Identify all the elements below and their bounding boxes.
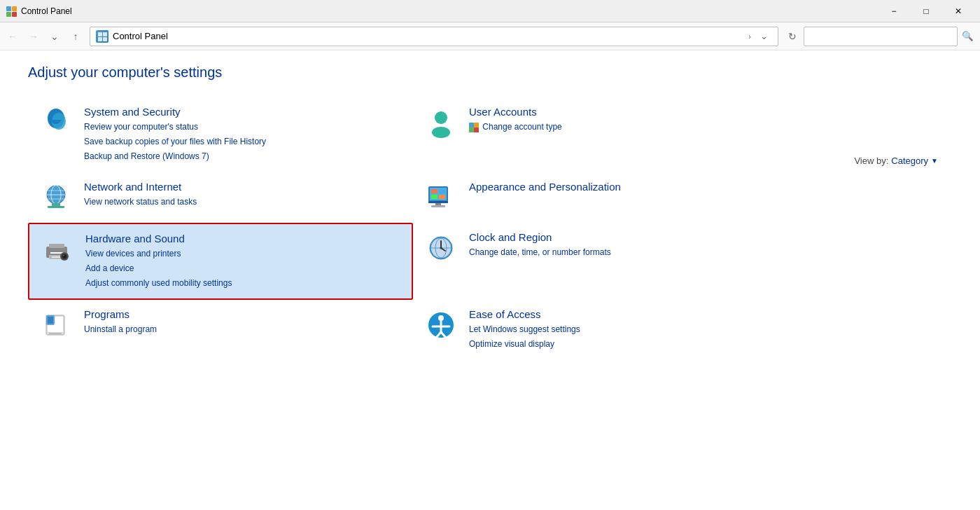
address-text: Control Panel xyxy=(113,31,744,41)
address-bar[interactable]: Control Panel › ⌄ xyxy=(90,27,778,46)
title-bar: Control Panel − □ ✕ xyxy=(0,0,980,22)
content-area: Adjust your computer's settings View by:… xyxy=(0,50,980,510)
programs-link-1[interactable]: Uninstall a program xyxy=(84,323,157,336)
network-internet-link-1[interactable]: View network status and tasks xyxy=(84,195,197,209)
forward-button[interactable]: → xyxy=(24,27,43,46)
svg-rect-4 xyxy=(98,32,102,36)
view-by-chevron-icon: ▼ xyxy=(931,157,938,165)
system-security-link-3[interactable]: Backup and Restore (Windows 7) xyxy=(84,150,266,163)
svg-rect-1 xyxy=(12,6,17,11)
minimize-button[interactable]: − xyxy=(878,0,910,22)
hardware-sound-link-1[interactable]: View devices and printers xyxy=(85,247,232,261)
hardware-sound-content: Hardware and Sound View devices and prin… xyxy=(85,233,232,291)
system-security-link-1[interactable]: Review your computer's status xyxy=(84,120,266,134)
ease-of-access-content: Ease of Access Let Windows suggest setti… xyxy=(469,308,580,351)
recent-pages-button[interactable]: ⌄ xyxy=(45,27,64,46)
programs-icon xyxy=(39,308,73,342)
svg-rect-15 xyxy=(474,127,479,132)
user-accounts-content: User Accounts Change account type xyxy=(469,106,562,134)
category-clock-region[interactable]: Clock and Region Change date, time, or n… xyxy=(413,223,798,301)
ease-of-access-icon xyxy=(424,308,458,342)
svg-rect-36 xyxy=(50,252,63,254)
svg-rect-14 xyxy=(469,127,474,132)
svg-rect-33 xyxy=(49,244,64,248)
category-appearance[interactable]: Appearance and Personalization xyxy=(413,172,798,223)
address-chevron: › xyxy=(748,32,751,41)
category-user-accounts[interactable]: User Accounts Change account type xyxy=(413,97,798,172)
categories-grid: System and Security Review your computer… xyxy=(28,97,798,360)
appearance-title[interactable]: Appearance and Personalization xyxy=(469,181,621,193)
address-bar-icon xyxy=(96,30,108,43)
page-title: Adjust your computer's settings xyxy=(28,64,952,81)
network-internet-title[interactable]: Network and Internet xyxy=(84,181,197,193)
category-system-security[interactable]: System and Security Review your computer… xyxy=(28,97,413,172)
svg-rect-26 xyxy=(435,203,441,205)
network-internet-icon xyxy=(39,181,73,214)
title-bar-controls: − □ ✕ xyxy=(878,0,974,22)
svg-rect-13 xyxy=(474,123,479,127)
svg-rect-35 xyxy=(52,256,62,258)
svg-rect-51 xyxy=(48,317,53,324)
system-security-link-2[interactable]: Save backup copies of your files with Fi… xyxy=(84,135,266,149)
category-hardware-sound[interactable]: Hardware and Sound View devices and prin… xyxy=(28,223,413,301)
category-ease-of-access[interactable]: Ease of Access Let Windows suggest setti… xyxy=(413,300,798,359)
svg-rect-6 xyxy=(98,37,102,41)
hardware-sound-link-3[interactable]: Adjust commonly used mobility settings xyxy=(85,277,232,290)
clock-region-title[interactable]: Clock and Region xyxy=(469,231,611,243)
refresh-button[interactable]: ↻ xyxy=(783,27,802,46)
svg-rect-7 xyxy=(103,37,107,41)
svg-rect-22 xyxy=(48,206,64,208)
programs-content: Programs Uninstall a program xyxy=(84,308,157,336)
programs-title[interactable]: Programs xyxy=(84,308,157,320)
view-by-value[interactable]: Category xyxy=(891,156,928,166)
ease-of-access-title[interactable]: Ease of Access xyxy=(469,308,580,320)
svg-rect-0 xyxy=(6,6,11,11)
svg-rect-3 xyxy=(12,12,17,17)
svg-rect-27 xyxy=(431,205,445,207)
svg-point-47 xyxy=(440,247,442,249)
svg-rect-12 xyxy=(469,123,474,127)
network-internet-content: Network and Internet View network status… xyxy=(84,181,197,209)
close-button[interactable]: ✕ xyxy=(942,0,974,22)
search-button[interactable]: 🔍 xyxy=(958,27,977,46)
clock-region-content: Clock and Region Change date, time, or n… xyxy=(469,231,611,259)
hardware-sound-title[interactable]: Hardware and Sound xyxy=(85,233,232,244)
svg-rect-29 xyxy=(439,189,445,193)
svg-rect-2 xyxy=(6,12,11,17)
svg-rect-28 xyxy=(431,189,438,193)
address-dropdown-button[interactable]: ⌄ xyxy=(755,27,772,46)
svg-rect-30 xyxy=(431,195,438,199)
system-security-content: System and Security Review your computer… xyxy=(84,106,266,164)
category-programs[interactable]: Programs Uninstall a program xyxy=(28,300,413,359)
hardware-sound-icon xyxy=(41,233,74,266)
clock-region-icon xyxy=(424,231,458,265)
svg-point-40 xyxy=(63,255,64,256)
user-accounts-title[interactable]: User Accounts xyxy=(469,106,562,118)
clock-region-link-1[interactable]: Change date, time, or number formats xyxy=(469,246,611,259)
view-by-label: View by: xyxy=(854,156,888,166)
maximize-button[interactable]: □ xyxy=(910,0,942,22)
user-accounts-icon xyxy=(424,106,458,139)
svg-rect-31 xyxy=(439,195,445,199)
category-network-internet[interactable]: Network and Internet View network status… xyxy=(28,172,413,223)
appearance-icon xyxy=(424,181,458,214)
system-security-title[interactable]: System and Security xyxy=(84,106,266,118)
appearance-content: Appearance and Personalization xyxy=(469,181,621,194)
search-input[interactable] xyxy=(804,27,958,46)
view-by: View by: Category ▼ xyxy=(854,156,938,166)
svg-rect-52 xyxy=(49,333,62,334)
svg-rect-25 xyxy=(428,201,448,203)
user-accounts-link-1[interactable]: Change account type xyxy=(469,120,562,134)
ease-of-access-link-1[interactable]: Let Windows suggest settings xyxy=(469,323,580,336)
ease-of-access-link-2[interactable]: Optimize visual display xyxy=(469,338,580,351)
title-bar-title: Control Panel xyxy=(21,6,72,16)
navigation-bar: ← → ⌄ ↑ Control Panel › ⌄ ↻ 🔍 xyxy=(0,22,980,50)
svg-point-11 xyxy=(432,127,450,138)
up-button[interactable]: ↑ xyxy=(66,27,85,46)
hardware-sound-link-2[interactable]: Add a device xyxy=(85,262,232,275)
svg-rect-5 xyxy=(103,32,107,36)
title-bar-icon xyxy=(6,6,17,17)
system-security-icon xyxy=(39,106,73,139)
back-button[interactable]: ← xyxy=(3,27,22,46)
svg-point-10 xyxy=(435,111,447,124)
